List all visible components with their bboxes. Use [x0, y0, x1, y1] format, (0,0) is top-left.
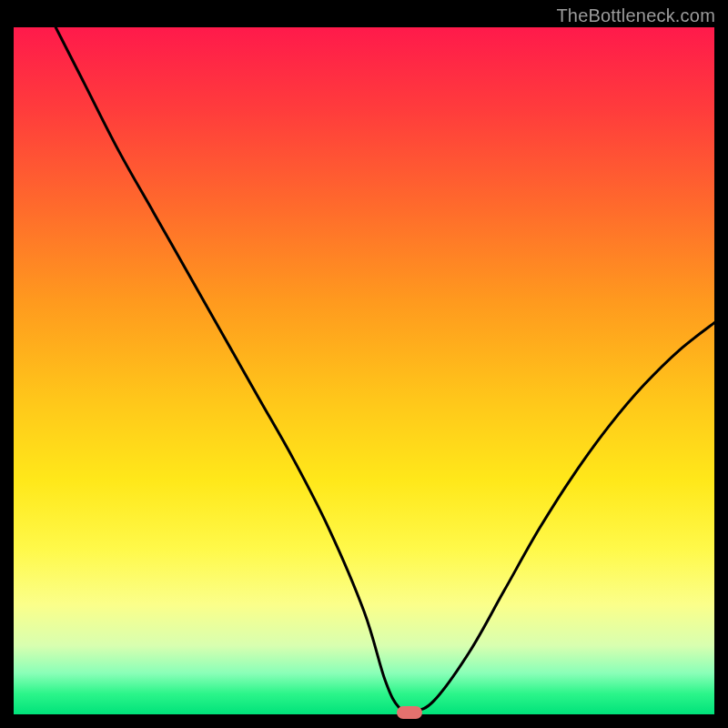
- curve-path: [56, 27, 714, 712]
- plot-area: [14, 27, 714, 714]
- watermark-text: TheBottleneck.com: [556, 5, 715, 26]
- chart-stage: TheBottleneck.com: [0, 0, 728, 728]
- optimal-marker: [397, 706, 422, 719]
- bottleneck-curve: [14, 27, 714, 714]
